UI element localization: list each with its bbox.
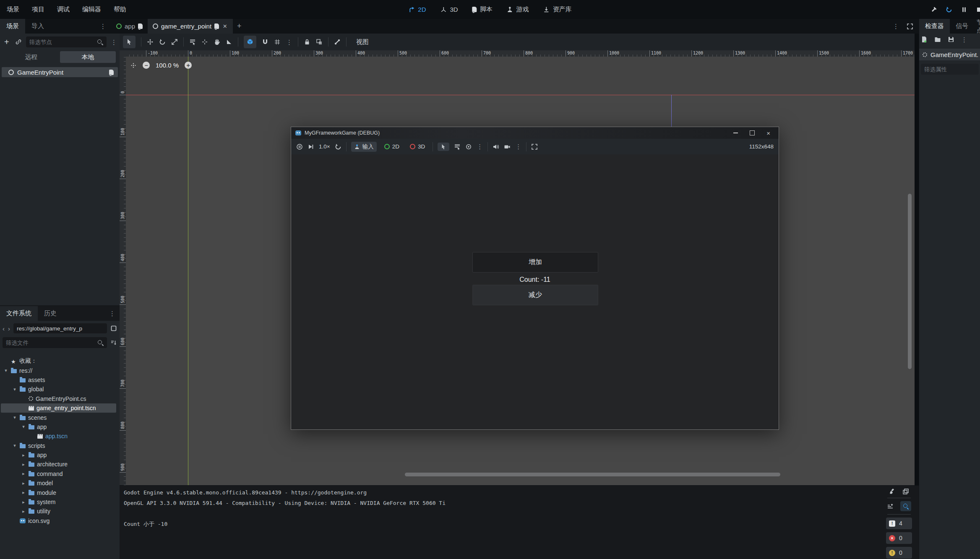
- clear-output-icon[interactable]: [889, 488, 896, 495]
- canvas-vertical-scrollbar[interactable]: [908, 194, 912, 369]
- snap-options-icon[interactable]: ⋮: [286, 39, 292, 45]
- tree-item[interactable]: assets: [1, 375, 119, 385]
- build-hammer-icon[interactable]: [930, 6, 937, 13]
- tree-expand-icon[interactable]: ▸: [21, 452, 26, 458]
- canvas-horizontal-scrollbar[interactable]: [405, 473, 780, 476]
- path-input[interactable]: [13, 323, 107, 333]
- tree-expand-icon[interactable]: ▾: [3, 368, 8, 373]
- attached-script-icon[interactable]: [109, 70, 114, 75]
- filter-properties-input[interactable]: [921, 64, 979, 75]
- close-icon[interactable]: ×: [766, 130, 770, 136]
- tree-item[interactable]: ▾app: [1, 422, 119, 432]
- tree-item[interactable]: ▸command: [1, 469, 119, 478]
- close-tab-icon[interactable]: ×: [222, 22, 228, 31]
- messages-badge[interactable]: ! 4: [886, 517, 912, 529]
- tab-node[interactable]: 节点: [974, 19, 980, 34]
- save-icon[interactable]: [948, 36, 954, 43]
- move-tool-icon[interactable]: [147, 39, 154, 45]
- camera-override-icon[interactable]: [504, 143, 511, 150]
- workspace-3d[interactable]: 3D: [440, 6, 458, 13]
- game-window-titlebar[interactable]: MyGFrameworkGame (DEBUG) ×: [291, 127, 779, 139]
- target-select-icon[interactable]: [465, 143, 472, 150]
- tree-item[interactable]: ▸module: [1, 488, 119, 497]
- bone-icon[interactable]: [334, 39, 341, 45]
- local-button[interactable]: 本地: [60, 51, 116, 63]
- minimize-icon[interactable]: [733, 133, 738, 133]
- menu-help[interactable]: 帮助: [114, 5, 126, 13]
- tree-item[interactable]: ▾scripts: [1, 441, 119, 450]
- search-output-button[interactable]: [900, 501, 911, 511]
- workspace-script[interactable]: 脚本: [472, 5, 493, 13]
- tree-item[interactable]: ▾scenes: [1, 413, 119, 422]
- remote-button[interactable]: 远程: [3, 51, 59, 63]
- menu-editor[interactable]: 编辑器: [82, 5, 101, 13]
- filesystem-menu-icon[interactable]: ⋮: [109, 310, 120, 317]
- menu-scene[interactable]: 场景: [7, 5, 19, 13]
- pause-icon[interactable]: [961, 6, 967, 13]
- magnet-icon[interactable]: [262, 39, 268, 45]
- zoom-out-button[interactable]: −: [143, 62, 150, 69]
- rotate-tool-icon[interactable]: [159, 39, 166, 45]
- load-resource-icon[interactable]: [934, 36, 941, 43]
- tab-filesystem[interactable]: 文件系统: [0, 306, 38, 321]
- tree-expand-icon[interactable]: ▾: [12, 415, 17, 420]
- add-node-button[interactable]: +: [3, 37, 11, 47]
- next-frame-icon[interactable]: [308, 143, 314, 150]
- speed-indicator[interactable]: 1.0×: [319, 143, 330, 150]
- workspace-2d[interactable]: 2D: [408, 6, 426, 13]
- tree-item[interactable]: game_entry_point.tscn: [1, 403, 116, 413]
- tree-expand-icon[interactable]: ▸: [21, 490, 26, 495]
- workspace-assetlib[interactable]: 资产库: [543, 5, 572, 13]
- collapse-output-icon[interactable]: [887, 503, 894, 510]
- audio-mute-icon[interactable]: [493, 143, 499, 150]
- scale-tool-icon[interactable]: [171, 39, 178, 45]
- canvas-viewport[interactable]: − 100.0 % + MyGFrameworkGame (DEBUG) × 1…: [126, 57, 915, 485]
- dock-menu-icon[interactable]: ⋮: [100, 19, 106, 34]
- scene-tab-game-entry-point[interactable]: game_entry_point ×: [148, 19, 233, 34]
- tree-item[interactable]: 收藏：: [1, 356, 119, 366]
- filter-nodes-input[interactable]: [26, 36, 107, 47]
- zoom-level[interactable]: 100.0 %: [156, 62, 179, 69]
- nav-back-icon[interactable]: ‹: [3, 325, 5, 332]
- add-scene-tab-button[interactable]: +: [233, 19, 246, 34]
- edited-resource-row[interactable]: GameEntryPoint.: [919, 49, 980, 60]
- tree-item[interactable]: ▸architecture: [1, 460, 119, 469]
- snap-toggle-button[interactable]: [244, 36, 256, 48]
- list-select-icon[interactable]: [189, 39, 196, 45]
- pan-tool-icon[interactable]: [214, 39, 220, 45]
- tree-item[interactable]: ▸model: [1, 478, 119, 488]
- fullscreen-icon[interactable]: [531, 143, 538, 150]
- scene-dock-menu-icon[interactable]: ⋮: [111, 39, 117, 45]
- stop-icon[interactable]: [976, 6, 980, 13]
- tree-expand-icon[interactable]: ▾: [21, 424, 26, 429]
- snap-position-icon[interactable]: [201, 39, 208, 45]
- select-options-icon[interactable]: ⋮: [477, 143, 483, 150]
- grid-icon[interactable]: [274, 39, 281, 45]
- tree-expand-icon[interactable]: ▸: [21, 462, 26, 467]
- tab-signals[interactable]: 信号: [950, 19, 974, 34]
- scene-tree-node-gameentrypoint[interactable]: GameEntryPoint: [2, 67, 118, 77]
- nav-forward-icon[interactable]: ›: [8, 325, 10, 332]
- restart-game-icon[interactable]: [335, 143, 341, 150]
- workspace-game[interactable]: 游戏: [507, 5, 529, 13]
- inspector-menu-icon[interactable]: ⋮: [961, 36, 967, 43]
- mode-3d-button[interactable]: 3D: [407, 142, 428, 151]
- camera-options-icon[interactable]: ⋮: [515, 143, 521, 150]
- tree-item[interactable]: ▸app: [1, 450, 119, 460]
- instance-scene-icon[interactable]: [15, 39, 22, 45]
- menu-project[interactable]: 项目: [32, 5, 44, 13]
- tree-item[interactable]: GameEntryPoint.cs: [1, 394, 119, 403]
- mode-2d-button[interactable]: 2D: [381, 142, 402, 151]
- ungroup-icon[interactable]: [316, 39, 323, 45]
- tree-expand-icon[interactable]: ▾: [12, 443, 17, 448]
- pause-game-icon[interactable]: [296, 143, 303, 150]
- expand-panel-icon[interactable]: [907, 23, 913, 30]
- tree-item[interactable]: ▾global: [1, 385, 119, 394]
- split-view-icon[interactable]: [110, 325, 117, 332]
- decrease-button[interactable]: 减少: [472, 285, 598, 305]
- errors-badge[interactable]: × 0: [886, 532, 912, 544]
- tree-item[interactable]: ▸utility: [1, 507, 119, 516]
- copy-output-icon[interactable]: [902, 488, 909, 495]
- tree-item[interactable]: icon.svg: [1, 516, 119, 525]
- menu-debug[interactable]: 调试: [57, 5, 70, 13]
